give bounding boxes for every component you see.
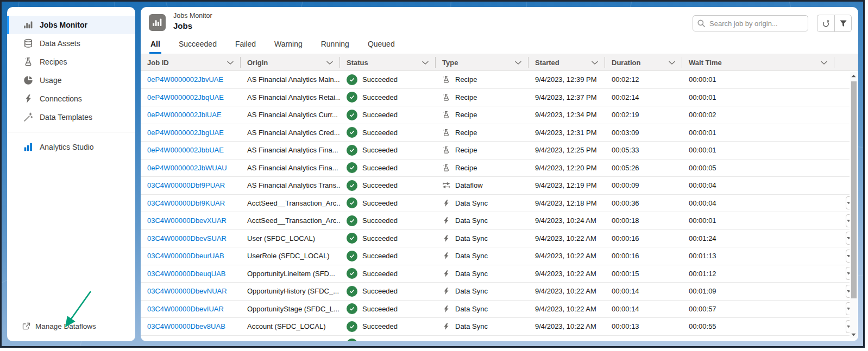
job-id-link[interactable]: 03C4W00000DbevIUAR: [147, 305, 224, 313]
status-cell: Succeeded: [340, 110, 436, 120]
type-label: Data Sync: [455, 234, 488, 242]
duration-cell: 00:03:09: [605, 129, 682, 137]
job-id-link[interactable]: 03C4W00000DbevNUAR: [147, 287, 227, 295]
context-label: Jobs Monitor: [173, 12, 212, 20]
search-input[interactable]: [693, 15, 808, 31]
sidebar-item-label: Analytics Studio: [40, 143, 94, 151]
started-cell: 9/4/2023, 12:39 PM: [529, 75, 605, 84]
type-label: Data Sync: [455, 322, 488, 330]
sidebar-item-label: Jobs Monitor: [40, 21, 87, 29]
job-id-link[interactable]: 0eP4W0000002JbWUAU: [147, 164, 227, 172]
refresh-button[interactable]: [817, 15, 834, 32]
scrollbar-thumb[interactable]: [851, 81, 857, 298]
job-id-link[interactable]: 03C4W00000DbeuqUAB: [147, 270, 226, 278]
wand-icon: [23, 112, 33, 122]
type-cell: Data Sync: [436, 270, 529, 278]
row-actions-menu-button[interactable]: [846, 196, 850, 209]
job-id-link[interactable]: 03C4W00000Dbev8UAB: [147, 322, 225, 330]
column-header-type[interactable]: Type: [436, 54, 529, 71]
job-id-cell: 0eP4W0000002JbvUAE: [141, 75, 241, 84]
tab-queued[interactable]: Queued: [367, 40, 396, 54]
tab-warning[interactable]: Warning: [273, 40, 304, 54]
chevron-down-icon[interactable]: [227, 61, 234, 65]
database-icon: [23, 39, 33, 48]
job-id-link[interactable]: 03C4W00000Dbf9PUAR: [147, 181, 225, 189]
flask-icon: [442, 111, 450, 119]
menu-arrow-icon: [846, 201, 850, 205]
row-actions: [834, 320, 850, 333]
sidebar-item-connections[interactable]: Connections: [7, 90, 135, 108]
sidebar-item-recipes[interactable]: Recipes: [7, 53, 135, 71]
scroll-down-icon[interactable]: [850, 331, 857, 338]
sidebar-item-data-assets[interactable]: Data Assets: [7, 34, 135, 53]
menu-arrow-icon: [846, 290, 850, 293]
job-id-cell: 03C4W00000Dbev8UAB: [141, 322, 241, 330]
row-actions-menu-button[interactable]: [846, 302, 850, 315]
duration-cell: 00:05:26: [605, 164, 682, 172]
lightning-icon: [442, 234, 450, 242]
wait-time-cell: 00:00:01: [682, 93, 834, 101]
sidebar-item-usage[interactable]: Usage: [7, 71, 135, 90]
status-success-icon: [347, 321, 357, 332]
chevron-down-icon[interactable]: [326, 61, 333, 65]
column-header-job-id[interactable]: Job ID: [141, 54, 241, 71]
row-actions: [834, 214, 850, 227]
job-id-cell: 03C4W00000Dbf9PUAR: [141, 181, 241, 189]
row-actions-menu-button[interactable]: [846, 232, 850, 245]
type-cell: Recipe: [436, 164, 529, 172]
row-actions-menu-button[interactable]: [846, 267, 850, 280]
job-id-link[interactable]: 0eP4W0000002JblUAE: [147, 111, 222, 119]
tab-all[interactable]: All: [149, 40, 161, 54]
type-label: Data Sync: [455, 287, 488, 295]
chevron-down-icon[interactable]: [821, 61, 827, 65]
row-actions-menu-button[interactable]: [846, 320, 850, 333]
sidebar-item-jobs-monitor[interactable]: Jobs Monitor: [7, 16, 135, 34]
menu-arrow-icon: [846, 237, 850, 240]
column-header-status[interactable]: Status: [340, 54, 436, 71]
tab-failed[interactable]: Failed: [234, 40, 257, 54]
job-id-link[interactable]: 03C4W00000DbevXUAR: [147, 216, 227, 225]
menu-arrow-icon: [846, 325, 850, 328]
chevron-down-icon[interactable]: [422, 61, 429, 65]
chevron-down-icon[interactable]: [515, 61, 521, 65]
job-id-link[interactable]: 03C4W00000DbeurUAB: [147, 252, 224, 260]
job-id-link[interactable]: 0eP4W0000002JbvUAE: [147, 75, 223, 84]
status-label: Succeeded: [362, 252, 398, 260]
job-id-link[interactable]: 03C4W00000Dbf9KUAR: [147, 199, 225, 207]
chevron-down-icon[interactable]: [669, 61, 675, 65]
job-id-link[interactable]: 0eP4W0000002JbqUAE: [147, 93, 224, 101]
origin-cell: User (SFDC_LOCAL): [241, 234, 340, 242]
job-id-cell: 0eP4W0000002JbqUAE: [141, 93, 241, 101]
duration-cell: 00:02:12: [605, 75, 682, 84]
started-cell: 9/4/2023, 10:24 AM: [529, 216, 605, 225]
job-id-link[interactable]: 03C4W00000DbevSUAR: [147, 234, 227, 242]
filter-button[interactable]: [834, 15, 852, 32]
screen: Jobs Monitor Data Assets Recipes Usage C…: [0, 0, 865, 348]
chevron-down-icon[interactable]: [592, 61, 598, 65]
row-actions-menu-button[interactable]: [846, 285, 850, 298]
type-cell: Recipe: [436, 146, 529, 154]
wait-time-cell: 00:00:01: [682, 146, 834, 154]
sidebar-item-data-templates[interactable]: Data Templates: [7, 108, 135, 126]
page-header: Jobs Monitor Jobs: [141, 7, 858, 34]
page-title: Jobs: [173, 21, 212, 30]
tab-running[interactable]: Running: [320, 40, 350, 54]
scroll-up-icon[interactable]: [850, 72, 857, 79]
column-header-started[interactable]: Started: [529, 54, 605, 71]
row-actions-menu-button[interactable]: [846, 250, 850, 263]
column-header-label: Wait Time: [689, 59, 722, 67]
job-id-link[interactable]: 0eP4W0000002JbbUAE: [147, 146, 224, 154]
sidebar-divider: [7, 132, 135, 132]
job-id-cell: 03C4W00000DbevNUAR: [141, 287, 241, 295]
column-header-wait-time[interactable]: Wait Time: [682, 54, 834, 71]
analytics-icon: [23, 142, 33, 152]
lightning-icon: [442, 216, 450, 225]
row-actions-menu-button[interactable]: [846, 214, 850, 227]
tab-succeeded[interactable]: Succeeded: [178, 40, 218, 54]
column-header-origin[interactable]: Origin: [241, 54, 340, 71]
sidebar-item-analytics-studio[interactable]: Analytics Studio: [7, 138, 135, 156]
job-id-link[interactable]: 0eP4W0000002JbgUAE: [147, 129, 224, 137]
column-header-duration[interactable]: Duration: [605, 54, 682, 71]
table-row: 03C4W00000DbevNUAR OpportunityHistory (S…: [141, 283, 850, 301]
status-label: Succeeded: [362, 199, 398, 207]
